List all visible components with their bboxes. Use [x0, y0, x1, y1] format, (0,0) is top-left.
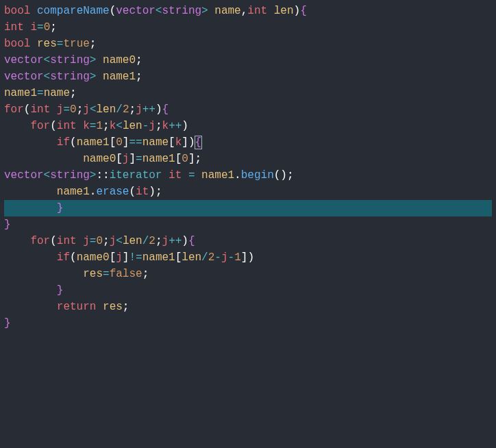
code-token: string — [50, 71, 90, 83]
code-token: { — [188, 235, 195, 247]
code-line[interactable]: } — [4, 282, 492, 299]
code-line[interactable]: for(int j=0;j<len/2;j++){ — [4, 233, 492, 249]
code-token: 2 — [149, 235, 156, 247]
code-token: name1 — [142, 251, 175, 264]
code-line[interactable]: } — [4, 315, 492, 332]
code-token — [4, 284, 57, 297]
code-token: ( — [24, 103, 31, 116]
code-token — [77, 120, 84, 132]
code-token: vector — [116, 5, 156, 17]
code-token: string — [50, 54, 90, 66]
code-token: len — [123, 235, 142, 247]
code-line[interactable]: int i=0; — [4, 19, 492, 36]
code-token: < — [116, 235, 123, 247]
code-token: name1 — [142, 153, 175, 165]
code-token: ++ — [142, 103, 156, 116]
code-token — [162, 169, 169, 182]
code-line[interactable]: name1.erase(it); — [4, 184, 492, 200]
code-token: [ — [175, 153, 182, 165]
code-token: ] — [241, 251, 248, 264]
code-token: { — [195, 136, 203, 149]
code-token: for — [30, 235, 50, 247]
code-token: if — [57, 136, 70, 149]
code-token: ; — [103, 120, 110, 132]
code-token: != — [129, 251, 142, 264]
code-token: name — [44, 87, 70, 99]
code-token: ) — [294, 5, 301, 17]
code-token: name1 — [4, 87, 37, 99]
code-token: ) — [156, 103, 162, 116]
code-token: / — [116, 103, 123, 116]
code-line[interactable]: bool res=true; — [4, 36, 492, 52]
code-token: ; — [103, 235, 110, 247]
code-line[interactable]: } — [4, 200, 492, 216]
code-token: [ — [169, 136, 175, 149]
code-line[interactable]: return res; — [4, 299, 492, 315]
code-token: j — [149, 120, 156, 132]
code-token: [ — [110, 136, 116, 149]
code-token: > — [90, 169, 97, 182]
code-line[interactable]: if(name0[j]!=name1[len/2-j-1]) — [4, 249, 492, 266]
code-token — [182, 169, 188, 182]
code-token: ; — [195, 153, 202, 165]
code-token: } — [4, 317, 11, 329]
code-token: == — [129, 136, 142, 149]
code-token: :: — [96, 169, 109, 182]
code-token: () — [274, 169, 287, 182]
code-token: < — [44, 71, 51, 83]
code-token: int — [30, 103, 50, 116]
code-token — [4, 153, 83, 165]
code-line[interactable]: for(int k=1;k<len-j;k++) — [4, 118, 492, 134]
code-token: 1 — [96, 120, 103, 132]
code-line[interactable]: name1=name; — [4, 85, 492, 101]
code-token: ; — [156, 120, 162, 132]
code-line[interactable]: res=false; — [4, 266, 492, 282]
code-token: name0 — [83, 153, 116, 165]
code-token: 1 — [234, 251, 241, 264]
code-token: iterator — [110, 169, 162, 182]
code-line[interactable]: vector<string>::iterator it = name1.begi… — [4, 167, 492, 184]
code-token: j — [116, 251, 123, 264]
code-token: ( — [110, 5, 116, 17]
code-token: j — [162, 235, 169, 247]
code-token: ; — [50, 21, 57, 34]
code-token: name1 — [201, 169, 234, 182]
code-token: 0 — [96, 235, 103, 247]
code-token — [4, 120, 30, 132]
code-token: = — [63, 103, 70, 116]
code-editor[interactable]: bool compareName(vector<string> name,int… — [0, 0, 496, 334]
code-line[interactable]: bool compareName(vector<string> name,int… — [4, 3, 492, 19]
code-token: res — [83, 268, 103, 280]
code-line[interactable]: vector<string> name1; — [4, 69, 492, 85]
code-token: k — [175, 136, 182, 149]
code-token: . — [234, 169, 241, 182]
code-line[interactable]: vector<string> name0; — [4, 52, 492, 69]
code-token — [267, 5, 274, 17]
code-token: [ — [175, 251, 182, 264]
code-token: ( — [70, 251, 77, 264]
code-line[interactable]: } — [4, 216, 492, 233]
code-token: name1 — [57, 186, 90, 198]
code-token — [50, 103, 57, 116]
code-token: name0 — [77, 251, 110, 264]
code-token: = — [37, 21, 44, 34]
code-token: } — [4, 219, 11, 231]
code-token: vector — [4, 71, 44, 83]
code-token: / — [142, 235, 149, 247]
code-line[interactable]: if(name1[0]==name[k]){ — [4, 134, 492, 151]
code-token: k — [83, 120, 90, 132]
code-token — [96, 301, 103, 313]
code-token — [4, 186, 57, 198]
code-token: < — [44, 169, 51, 182]
code-token: name0 — [103, 54, 136, 66]
code-token: begin — [241, 169, 274, 182]
code-token: } — [57, 284, 64, 297]
code-token: name — [142, 136, 169, 149]
code-token: { — [162, 103, 169, 116]
code-line[interactable]: for(int j=0;j<len/2;j++){ — [4, 101, 492, 118]
code-token: false — [110, 268, 142, 280]
code-token: { — [300, 5, 307, 17]
code-token: = — [57, 38, 64, 50]
code-line[interactable]: name0[j]=name1[0]; — [4, 151, 492, 167]
code-token: vector — [4, 169, 44, 182]
